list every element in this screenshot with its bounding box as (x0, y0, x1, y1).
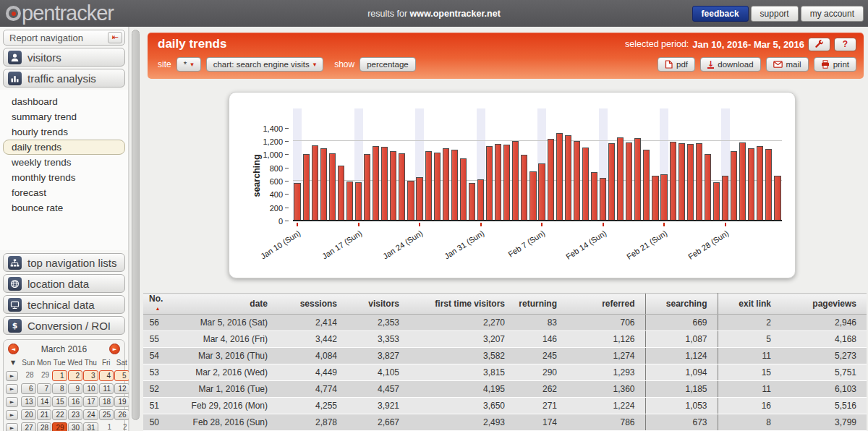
menu-item-daily-trends[interactable]: daily trends (3, 140, 125, 155)
chart-bar (660, 174, 667, 220)
calendar-day-25[interactable]: 25 (99, 409, 114, 420)
menu-item-dashboard[interactable]: dashboard (3, 94, 125, 109)
calendar-day-18[interactable]: 18 (99, 396, 114, 407)
cell-pageviews: 6,103 (781, 381, 867, 398)
mail-button[interactable]: mail (766, 57, 809, 72)
calendar-day-14[interactable]: 14 (37, 396, 52, 407)
column-header-first-time-visitors[interactable]: first time visitors (409, 294, 515, 315)
calendar-day-24[interactable]: 24 (83, 409, 98, 420)
column-header-referred[interactable]: referred (567, 294, 645, 315)
scrollbar-thumb[interactable] (132, 30, 140, 420)
calendar-prev-icon[interactable]: ◄ (8, 343, 19, 354)
calendar-day-22[interactable]: 22 (52, 409, 67, 420)
calendar-day-31[interactable]: 31 (83, 422, 98, 431)
calendar-dayname-Tue: Tue (52, 359, 67, 367)
calendar-day-5[interactable]: 5 (114, 370, 129, 381)
sidebar-section-traffic-analysis[interactable]: traffic analysis (3, 69, 125, 88)
calendar-week-select-button[interactable]: ► (6, 397, 18, 407)
calendar-dayname-Thu: Thu (83, 359, 98, 367)
calendar-day-10[interactable]: 10 (83, 383, 98, 394)
column-header-date[interactable]: date (169, 294, 278, 315)
cell-No-: 54 (143, 348, 169, 364)
x-tick-mark (541, 223, 542, 226)
calendar-day-3[interactable]: 3 (83, 370, 98, 381)
cell-exit-link: 16 (718, 398, 781, 414)
calendar-day-30[interactable]: 30 (68, 422, 83, 431)
support-button[interactable]: support (751, 6, 799, 22)
calendar-day-20[interactable]: 20 (21, 409, 36, 420)
cell-sessions: 3,442 (278, 331, 347, 348)
chart-type-select[interactable]: chart: search engine visits▾ (206, 57, 323, 72)
calendar-day-2[interactable]: 2 (68, 370, 83, 381)
calendar-day-15[interactable]: 15 (52, 396, 67, 407)
menu-item-forecast[interactable]: forecast (3, 185, 125, 200)
column-header-searching[interactable]: searching (645, 294, 718, 315)
calendar-day-27[interactable]: 27 (21, 422, 36, 431)
menu-item-weekly-trends[interactable]: weekly trends (3, 155, 125, 170)
calendar-day-6[interactable]: 6 (21, 383, 36, 394)
download-button[interactable]: ↓ download (700, 57, 760, 72)
settings-wrench-button[interactable] (808, 38, 830, 51)
calendar-dropdown-icon[interactable]: ▼ (6, 359, 20, 366)
cell-returning: 83 (515, 315, 567, 331)
calendar-day-13[interactable]: 13 (21, 396, 36, 407)
percentage-toggle-button[interactable]: percentage (359, 57, 416, 72)
calendar-day-28[interactable]: 28 (37, 422, 52, 431)
calendar-day-21[interactable]: 21 (37, 409, 52, 420)
calendar-week-select-button[interactable]: ► (6, 371, 18, 381)
menu-item-monthly-trends[interactable]: monthly trends (3, 170, 125, 185)
calendar-day-17[interactable]: 17 (83, 396, 98, 407)
collapse-sidebar-icon[interactable]: ⇤ (108, 32, 122, 43)
feedback-button[interactable]: feedback (692, 6, 749, 22)
column-header-exit-link[interactable]: exit link (718, 294, 781, 315)
calendar-day-26[interactable]: 26 (114, 409, 129, 420)
calendar-day-1[interactable]: 1 (52, 370, 67, 381)
y-tick-mark (285, 194, 289, 195)
cell-referred: 1,274 (567, 348, 645, 364)
calendar-day-2: 2 (114, 422, 129, 431)
menu-item-hourly-trends[interactable]: hourly trends (3, 124, 125, 140)
y-tick-mark (285, 221, 289, 221)
calendar-day-23[interactable]: 23 (68, 409, 83, 420)
sidebar-section-visitors[interactable]: visitors (3, 48, 125, 67)
calendar-day-29[interactable]: 29 (52, 422, 67, 431)
calendar-day-19[interactable]: 19 (114, 396, 129, 407)
calendar-day-7[interactable]: 7 (37, 383, 52, 394)
sidebar-spacer (0, 216, 128, 250)
column-header-returning[interactable]: returning (515, 294, 567, 315)
menu-item-bounce-rate[interactable]: bounce rate (3, 200, 125, 216)
site-select[interactable]: *▾ (176, 57, 201, 72)
print-button[interactable]: print (814, 57, 856, 72)
calendar-day-11[interactable]: 11 (99, 383, 114, 394)
cell-returning: 146 (515, 331, 567, 348)
sidebar-section-location-data[interactable]: location data (3, 274, 125, 293)
calendar-week-select-button[interactable]: ► (6, 410, 18, 420)
column-header-pageviews[interactable]: pageviews (781, 294, 867, 315)
pdf-button[interactable]: pdf (658, 57, 695, 72)
chart-bar (346, 182, 353, 220)
calendar-day-9[interactable]: 9 (68, 383, 83, 394)
sidebar-section-technical-data[interactable]: technical data (3, 295, 125, 314)
calendar-week-select-button[interactable]: ► (6, 384, 18, 394)
menu-item-summary-trend[interactable]: summary trend (3, 109, 125, 124)
calendar-day-4[interactable]: 4 (99, 370, 114, 381)
calendar-day-12[interactable]: 12 (114, 383, 129, 394)
chart-bar (521, 155, 527, 220)
sidebar-scrollbar[interactable] (129, 27, 142, 431)
sidebar-section-conversion-roi[interactable]: $ Conversion / ROI (3, 316, 125, 335)
calendar-week-select-button[interactable]: ► (6, 423, 18, 431)
my-account-button[interactable]: my account (801, 6, 864, 22)
calendar-day-1: 1 (99, 422, 114, 431)
chart-bar (696, 143, 702, 220)
cell-sessions: 4,255 (278, 398, 347, 414)
column-header-sessions[interactable]: sessions (278, 294, 347, 315)
calendar-next-icon[interactable]: ► (109, 343, 120, 354)
calendar-day-16[interactable]: 16 (68, 396, 83, 407)
column-header-visitors[interactable]: visitors (347, 294, 409, 315)
column-header-No-[interactable]: No. ▴ (143, 294, 169, 315)
chart-bar (678, 143, 685, 220)
person-icon (8, 51, 22, 64)
help-button[interactable]: ? (834, 38, 856, 51)
calendar-day-8[interactable]: 8 (52, 383, 67, 394)
sidebar-section-top-navigation-lists[interactable]: top navigation lists (3, 253, 125, 272)
